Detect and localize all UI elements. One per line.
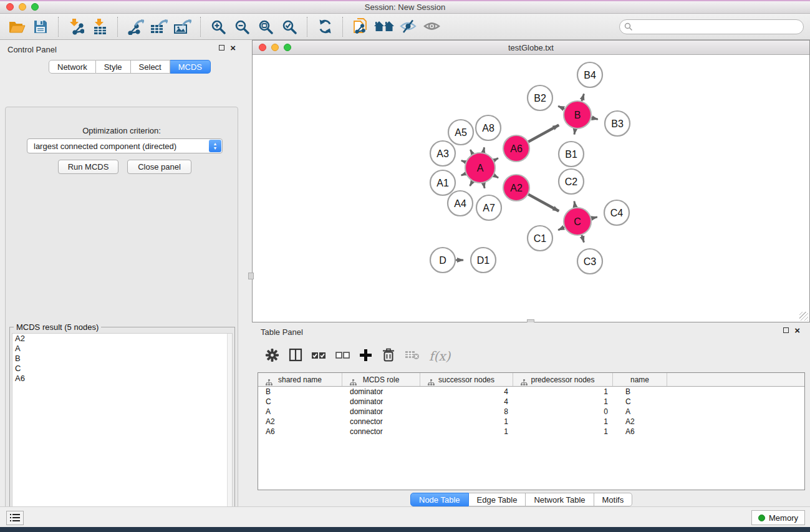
graph-node-C3[interactable]: C3 — [577, 249, 602, 274]
tab-network[interactable]: Network — [49, 60, 96, 74]
graph-edge-A-A7[interactable] — [483, 183, 485, 188]
delete-row-button[interactable] — [382, 348, 395, 365]
tab-mcds[interactable]: MCDS — [170, 60, 211, 74]
graph-edge-C-C4[interactable] — [591, 217, 597, 218]
graph-node-A3[interactable]: A3 — [430, 141, 455, 166]
float-panel-icon[interactable] — [219, 45, 224, 51]
close-table-panel-icon[interactable]: × — [794, 327, 800, 333]
graph-edge-A-A2[interactable] — [494, 175, 498, 178]
tab-network-table[interactable]: Network Table — [526, 493, 594, 506]
graph-node-C2[interactable]: C2 — [559, 169, 584, 194]
tab-select[interactable]: Select — [131, 60, 170, 74]
graph-node-B1[interactable]: B1 — [559, 142, 584, 167]
show-graphics-button[interactable] — [420, 15, 443, 39]
zoom-selected-button[interactable] — [277, 15, 301, 39]
import-network-button[interactable] — [64, 15, 88, 39]
graph-node-D1[interactable]: D1 — [471, 248, 496, 273]
graph-node-C4[interactable]: C4 — [604, 200, 629, 225]
network-canvas[interactable]: B4B2BB3A8A5A6A3B1AA1C2A2A4A7C4CC1DD1C3 — [253, 55, 809, 322]
graph-edge-A-A1[interactable] — [461, 173, 466, 175]
open-folder-button[interactable] — [5, 15, 29, 39]
graph-edge-B-B1[interactable] — [574, 129, 575, 135]
hide-graphics-button[interactable] — [396, 15, 420, 39]
table-row[interactable]: A2connector11A2 — [258, 417, 804, 427]
graph-node-B2[interactable]: B2 — [528, 85, 552, 110]
result-item[interactable]: A2 — [12, 334, 232, 344]
result-item[interactable]: C — [12, 364, 232, 374]
graph-node-A8[interactable]: A8 — [476, 115, 501, 140]
column-header-name[interactable]: name — [613, 373, 667, 386]
import-table-button[interactable] — [88, 15, 112, 39]
export-image-button[interactable] — [171, 15, 195, 39]
graph-edge-B-B4[interactable] — [582, 94, 584, 102]
graph-node-A[interactable]: A — [465, 153, 495, 183]
graph-edge-A-A4[interactable] — [470, 181, 473, 186]
zoom-fit-button[interactable] — [254, 15, 277, 39]
graph-node-A2[interactable]: A2 — [503, 175, 529, 201]
run-mcds-button[interactable]: Run MCDS — [58, 160, 118, 174]
graph-node-C1[interactable]: C1 — [528, 226, 552, 251]
network-from-file-button[interactable] — [349, 15, 372, 39]
column-header-MCDS-role[interactable]: MCDS role — [342, 373, 420, 386]
graph-edge-A-A5[interactable] — [470, 150, 473, 154]
deselect-all-button[interactable] — [335, 351, 350, 362]
column-header-predecessor-nodes[interactable]: predecessor nodes — [513, 373, 613, 386]
result-item[interactable]: B — [12, 354, 232, 364]
graph-node-A5[interactable]: A5 — [448, 120, 473, 145]
task-history-button[interactable] — [6, 511, 24, 525]
tab-node-table[interactable]: Node Table — [410, 493, 469, 506]
graph-edge-A2-C[interactable] — [528, 195, 559, 211]
resize-grip[interactable] — [799, 312, 808, 321]
graph-edge-A-A6[interactable] — [494, 158, 498, 161]
network-graph[interactable]: B4B2BB3A8A5A6A3B1AA1C2A2A4A7C4CC1DD1C3 — [253, 55, 809, 322]
graph-node-A4[interactable]: A4 — [448, 191, 473, 216]
vertical-split-handle[interactable] — [248, 273, 254, 279]
graph-edge-C-C3[interactable] — [582, 235, 584, 243]
tab-style[interactable]: Style — [96, 60, 131, 74]
close-panel-button[interactable]: Close panel — [127, 160, 191, 174]
zoom-out-button[interactable] — [230, 15, 254, 39]
table-row[interactable]: Bdominator41B — [258, 387, 804, 397]
graph-edge-A-A3[interactable] — [461, 160, 466, 162]
memory-button[interactable]: Memory — [751, 510, 805, 525]
result-item[interactable]: A — [12, 344, 232, 354]
graph-edge-C-C1[interactable] — [558, 227, 564, 230]
graph-node-A6[interactable]: A6 — [503, 135, 529, 162]
function-builder-button[interactable]: f(x) — [429, 349, 450, 364]
refresh-view-button[interactable] — [313, 15, 337, 39]
graph-edge-A6-B[interactable] — [528, 125, 559, 142]
tab-edge-table[interactable]: Edge Table — [469, 493, 526, 506]
delete-table-button[interactable] — [405, 350, 420, 362]
add-row-button[interactable] — [359, 349, 372, 364]
column-header-successor-nodes[interactable]: successor nodes — [420, 373, 513, 386]
mcds-result-list[interactable]: A2ABCA6 — [12, 333, 233, 532]
graph-node-B3[interactable]: B3 — [605, 111, 630, 136]
graph-node-D[interactable]: D — [430, 248, 455, 273]
toggle-column-button[interactable] — [289, 348, 302, 364]
graph-edge-B-B2[interactable] — [558, 106, 564, 109]
select-all-button[interactable] — [312, 351, 326, 362]
graph-node-B[interactable]: B — [564, 101, 591, 128]
graph-edge-C-C2[interactable] — [574, 201, 576, 208]
graph-node-A7[interactable]: A7 — [476, 195, 501, 220]
settings-button[interactable] — [265, 348, 279, 365]
result-scrollbar[interactable] — [227, 334, 232, 532]
float-table-panel-icon[interactable] — [783, 327, 789, 333]
zoom-in-button[interactable] — [206, 15, 230, 39]
close-panel-icon[interactable]: × — [230, 45, 236, 51]
graph-node-A1[interactable]: A1 — [430, 170, 455, 195]
export-network-button[interactable] — [123, 15, 147, 39]
column-header-shared-name[interactable]: shared name — [258, 373, 342, 386]
export-table-button[interactable] — [147, 15, 171, 39]
home-view-button[interactable] — [372, 15, 396, 39]
table-row[interactable]: Adominator80A — [258, 407, 804, 417]
table-row[interactable]: A6connector11A6 — [258, 427, 804, 437]
result-item[interactable]: A6 — [12, 374, 232, 384]
graph-node-B4[interactable]: B4 — [577, 62, 602, 87]
graph-edge-A-A8[interactable] — [483, 147, 485, 152]
table-row[interactable]: Cdominator41C — [258, 397, 804, 407]
search-input[interactable] — [619, 19, 804, 34]
tab-motifs[interactable]: Motifs — [594, 493, 633, 506]
criterion-dropdown[interactable]: largest connected component (directed) ▲… — [27, 138, 223, 153]
save-session-button[interactable] — [29, 15, 52, 39]
